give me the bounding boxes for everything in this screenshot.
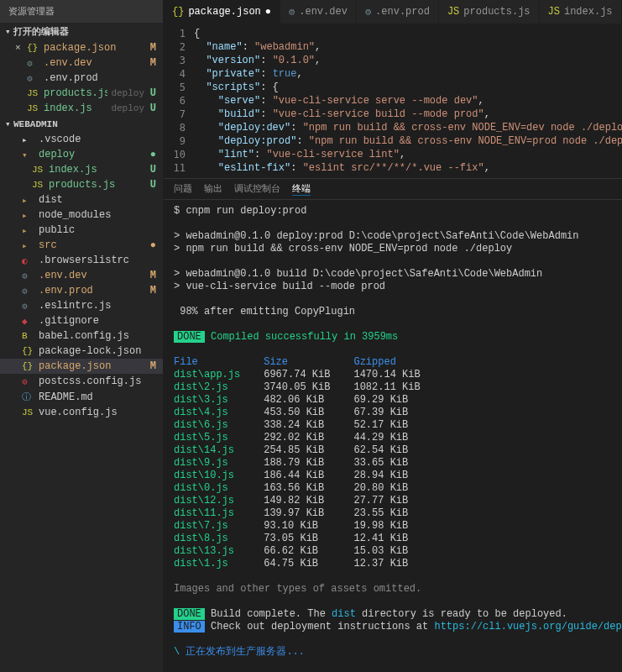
file-name: .env.prod: [39, 285, 144, 297]
open-editor-item[interactable]: ⚙.env.devM: [0, 55, 163, 71]
line-gutter: 1 2 3 4 5 6 7 8 9 10 11: [164, 27, 194, 175]
tab-output[interactable]: 输出: [204, 182, 222, 196]
tab-label: .env.dev: [299, 6, 348, 18]
code-content[interactable]: { "name": "webadmin", "version": "0.1.0"…: [194, 27, 622, 175]
tree-item[interactable]: Bbabel.config.js: [0, 328, 163, 344]
editor-tab[interactable]: ⚙.env.dev: [280, 0, 357, 24]
file-name: README.md: [39, 391, 144, 403]
file-name: index.js: [44, 102, 107, 114]
file-name: node_modules: [39, 209, 144, 221]
open-editor-item[interactable]: JSindex.jsdeployU: [0, 101, 163, 116]
file-name: dist: [39, 194, 144, 206]
file-name: products.js: [44, 87, 107, 99]
tree-item[interactable]: ⚙.env.prodM: [0, 283, 163, 298]
file-icon: {}: [22, 361, 35, 371]
open-editor-item[interactable]: ⚙.env.prod: [0, 71, 163, 86]
file-icon: {}: [22, 346, 35, 356]
main-area: {}package.json●⚙.env.dev⚙.env.prodJSprod…: [164, 0, 622, 672]
tree-item[interactable]: ◐.browserslistrc: [0, 253, 163, 268]
file-icon: JS: [22, 407, 35, 417]
file-name: products.js: [49, 179, 144, 191]
tree-item[interactable]: ▸public: [0, 223, 163, 238]
tab-debug-console[interactable]: 调试控制台: [234, 182, 280, 196]
editor-tab[interactable]: {}package.json●: [164, 0, 280, 24]
tree-item[interactable]: {}package-lock.json: [0, 344, 163, 359]
tree-item[interactable]: ⚙postcss.config.js: [0, 374, 163, 389]
file-icon: B: [22, 331, 35, 341]
file-icon: ⚙: [27, 73, 40, 84]
close-icon[interactable]: [15, 103, 27, 113]
code-editor[interactable]: 1 2 3 4 5 6 7 8 9 10 11 { "name": "webad…: [164, 24, 622, 178]
tree-item[interactable]: ▾deploy●: [0, 147, 163, 162]
editor-tab[interactable]: JSindex.js: [540, 0, 622, 24]
git-status: M: [144, 57, 156, 69]
git-status: M: [144, 360, 156, 372]
git-status: M: [144, 270, 156, 281]
file-name: .eslintrc.js: [39, 300, 144, 312]
git-status: U: [144, 164, 156, 176]
tree-item[interactable]: JSproducts.jsU: [0, 177, 163, 192]
file-icon: JS: [32, 165, 45, 175]
close-icon[interactable]: ×: [15, 43, 27, 53]
file-icon: ▸: [22, 225, 35, 236]
panel-tabs: 问题 输出 调试控制台 终端: [164, 178, 622, 200]
git-status: M: [144, 42, 156, 54]
file-name: babel.config.js: [39, 330, 144, 342]
file-icon: ⚙: [365, 6, 371, 18]
file-name: .env.dev: [44, 57, 141, 69]
file-name: .gitignore: [39, 315, 144, 327]
open-editor-item[interactable]: JSproducts.jsdeployU: [0, 86, 163, 101]
file-name: package.json: [39, 360, 144, 372]
tree-item[interactable]: ▸dist: [0, 192, 163, 207]
file-icon: ⚙: [22, 376, 35, 387]
file-icon: ▸: [22, 134, 35, 145]
file-name: .env.dev: [39, 270, 144, 281]
file-icon: {}: [27, 43, 40, 53]
tree-item[interactable]: ⚙.env.devM: [0, 268, 163, 283]
close-icon[interactable]: [15, 58, 27, 68]
file-name: public: [39, 224, 144, 236]
tree-item[interactable]: ▸node_modules: [0, 207, 163, 223]
open-editor-item[interactable]: ×{}package.jsonM: [0, 40, 163, 55]
tab-label: products.js: [463, 6, 530, 18]
open-editors-header[interactable]: ▾ 打开的编辑器: [0, 23, 163, 40]
file-icon: JS: [27, 88, 40, 98]
editor-tabs: {}package.json●⚙.env.dev⚙.env.prodJSprod…: [164, 0, 622, 24]
file-name: package-lock.json: [39, 345, 144, 357]
tree-item[interactable]: ◆.gitignore: [0, 313, 163, 328]
tree-item[interactable]: JSindex.jsU: [0, 162, 163, 177]
close-icon[interactable]: [15, 73, 27, 83]
file-icon: JS: [27, 103, 40, 113]
file-name: package.json: [44, 42, 141, 54]
tree-item[interactable]: {}package.jsonM: [0, 359, 163, 374]
dirty-dot-icon: ●: [265, 6, 271, 18]
git-status: U: [144, 87, 156, 99]
tree-item[interactable]: ⓘREADME.md: [0, 389, 163, 405]
file-name: .browserslistrc: [39, 255, 144, 266]
tree-item[interactable]: ▸.vscode: [0, 132, 163, 147]
file-icon: {}: [172, 6, 184, 18]
editor-tab[interactable]: JSproducts.js: [439, 0, 540, 24]
git-status: U: [144, 102, 156, 114]
tree-item[interactable]: JSvue.config.js: [0, 405, 163, 420]
close-icon[interactable]: [15, 88, 27, 98]
file-name: src: [39, 239, 144, 251]
file-icon: ⚙: [27, 58, 40, 69]
tree-item[interactable]: ▸src●: [0, 238, 163, 253]
editor-tab[interactable]: ⚙.env.prod: [357, 0, 439, 24]
tab-problems[interactable]: 问题: [174, 182, 192, 196]
file-name: postcss.config.js: [39, 375, 144, 387]
file-name: .vscode: [39, 134, 144, 145]
file-icon: ⓘ: [22, 391, 35, 403]
chevron-down-icon: ▾: [5, 26, 13, 37]
file-icon: ⚙: [22, 270, 35, 281]
tab-terminal[interactable]: 终端: [292, 182, 311, 196]
tab-label: index.js: [564, 6, 613, 18]
project-header[interactable]: ▾ WEBADMIN: [0, 116, 163, 132]
file-icon: JS: [548, 6, 560, 18]
tab-label: package.json: [188, 6, 260, 18]
terminal-panel[interactable]: $ cnpm run deploy:prod > webadmin@0.1.0 …: [164, 200, 622, 672]
file-name: index.js: [49, 164, 144, 176]
file-icon: JS: [447, 6, 459, 18]
tree-item[interactable]: ⚙.eslintrc.js: [0, 298, 163, 313]
